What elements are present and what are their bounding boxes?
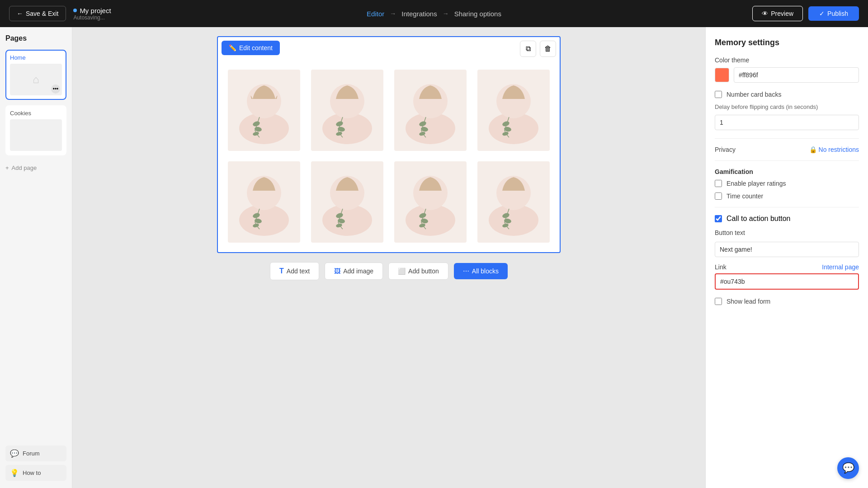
- nav-editor[interactable]: Editor: [367, 10, 384, 18]
- color-value-input[interactable]: [734, 67, 859, 83]
- time-counter-label[interactable]: Time counter: [726, 192, 763, 200]
- memory-card-7[interactable]: [389, 156, 472, 248]
- canvas-toolbar: ✏️ Edit content: [222, 41, 280, 55]
- topnav-right: 👁 Preview ✓ Publish: [752, 6, 859, 21]
- divider-1: [715, 138, 859, 139]
- privacy-label: Privacy: [715, 146, 736, 153]
- sidebar-bottom: 💬 Forum 💡 How to: [5, 446, 66, 481]
- delay-input[interactable]: [715, 115, 859, 130]
- button-text-input[interactable]: [715, 242, 859, 257]
- add-text-button[interactable]: T Add text: [270, 262, 319, 280]
- nav-integrations[interactable]: Integrations: [401, 10, 437, 18]
- project-info: My project Autosaving...: [73, 7, 111, 21]
- pencil-icon: ✏️: [229, 44, 236, 52]
- canvas-icons: ⧉ 🗑: [520, 41, 556, 57]
- copy-icon: ⧉: [526, 45, 531, 53]
- home-icon: ⌂: [33, 73, 39, 86]
- save-exit-label: Save & Exit: [26, 10, 58, 17]
- link-input[interactable]: [715, 273, 859, 290]
- time-counter-checkbox[interactable]: [715, 192, 722, 200]
- color-theme-section: Color theme: [715, 56, 859, 83]
- canvas-wrapper: ✏️ Edit content ⧉ 🗑: [217, 36, 561, 253]
- forum-icon: 💬: [10, 449, 19, 458]
- show-lead-form-checkbox[interactable]: [715, 298, 722, 305]
- delete-button[interactable]: 🗑: [540, 41, 556, 57]
- memory-canvas: [217, 36, 561, 253]
- eye-icon: 👁: [762, 10, 768, 17]
- memory-card-3[interactable]: [389, 64, 472, 156]
- chat-support-button[interactable]: 💬: [837, 457, 859, 479]
- privacy-row: Privacy 🔒 No restrictions: [715, 146, 859, 153]
- memory-card-4[interactable]: [472, 64, 555, 156]
- memory-card-8[interactable]: [472, 156, 555, 248]
- page-lines: [33, 128, 39, 142]
- color-swatch[interactable]: [715, 68, 729, 82]
- show-lead-form-label[interactable]: Show lead form: [726, 298, 770, 305]
- grid-icon: ⋯: [463, 267, 469, 275]
- duplicate-button[interactable]: ⧉: [520, 41, 536, 57]
- link-label: Link: [715, 263, 726, 271]
- edit-content-button[interactable]: ✏️ Edit content: [222, 41, 280, 55]
- chat-icon: 💬: [842, 462, 854, 474]
- project-dot-icon: [73, 9, 77, 12]
- forum-button[interactable]: 💬 Forum: [5, 446, 66, 461]
- page-thumb-home: ⌂ •••: [10, 64, 62, 95]
- page-card-home[interactable]: Home ⌂ •••: [5, 50, 66, 100]
- number-card-backs-label[interactable]: Number card backs: [726, 91, 781, 98]
- number-card-backs-checkbox[interactable]: [715, 91, 722, 98]
- memory-card-5[interactable]: [222, 156, 306, 248]
- delay-section: Delay before flipping cards (in seconds): [715, 103, 859, 130]
- autosaving-status: Autosaving...: [73, 14, 111, 21]
- bulb-icon: 💡: [10, 469, 19, 477]
- show-lead-form-row: Show lead form: [715, 298, 859, 305]
- add-button-button[interactable]: ⬜ Add button: [388, 263, 448, 280]
- nav-arrow-1: →: [390, 10, 396, 17]
- panel-title: Memory settings: [715, 38, 859, 47]
- time-counter-row: Time counter: [715, 192, 859, 200]
- enable-ratings-label[interactable]: Enable player ratings: [726, 180, 786, 187]
- card-image-2: [311, 70, 383, 151]
- no-restrictions-link[interactable]: 🔒 No restrictions: [809, 146, 859, 153]
- page-card-cookies[interactable]: Cookies: [5, 105, 66, 155]
- lock-icon: 🔒: [809, 146, 817, 153]
- more-dots-button[interactable]: •••: [51, 84, 60, 94]
- arrow-left-icon: ←: [17, 10, 23, 17]
- canvas-area: ✏️ Edit content ⧉ 🗑: [72, 27, 705, 488]
- button-text-label: Button text: [715, 229, 859, 236]
- memory-card-1[interactable]: [222, 64, 306, 156]
- card-image-1: [228, 70, 300, 151]
- internal-page-link[interactable]: Internal page: [822, 263, 859, 271]
- add-image-button[interactable]: 🖼 Add image: [325, 263, 383, 280]
- topnav: ← Save & Exit My project Autosaving... E…: [0, 0, 868, 27]
- delay-label: Delay before flipping cards (in seconds): [715, 103, 859, 110]
- color-theme-label: Color theme: [715, 56, 859, 64]
- add-page-button[interactable]: + Add page: [5, 163, 66, 173]
- preview-button[interactable]: 👁 Preview: [752, 6, 803, 21]
- enable-ratings-checkbox[interactable]: [715, 180, 722, 187]
- pages-title: Pages: [5, 34, 66, 42]
- save-exit-button[interactable]: ← Save & Exit: [9, 6, 66, 21]
- card-image-7: [394, 161, 467, 243]
- memory-card-6[interactable]: [306, 156, 389, 248]
- memory-card-2[interactable]: [306, 64, 389, 156]
- link-row: Link Internal page: [715, 263, 859, 271]
- image-icon: 🖼: [334, 267, 340, 275]
- plus-icon: +: [5, 164, 9, 171]
- divider-2: [715, 160, 859, 161]
- topnav-left: ← Save & Exit My project Autosaving...: [9, 6, 111, 21]
- page-thumb-cookies: [10, 119, 62, 151]
- all-blocks-button[interactable]: ⋯ All blocks: [454, 263, 508, 279]
- cta-button-checkbox[interactable]: [715, 215, 722, 222]
- card-image-6: [311, 161, 383, 243]
- cta-button-label[interactable]: Call to action button: [726, 215, 790, 223]
- card-image-5: [228, 161, 300, 243]
- nav-sharing-options[interactable]: Sharing options: [454, 10, 501, 18]
- trash-icon: 🗑: [544, 45, 552, 53]
- divider-3: [715, 207, 859, 207]
- enable-ratings-row: Enable player ratings: [715, 180, 859, 187]
- main-layout: Pages Home ⌂ ••• Cookies + Add page: [0, 27, 868, 488]
- card-image-3: [394, 70, 467, 151]
- howto-button[interactable]: 💡 How to: [5, 465, 66, 481]
- sidebar: Pages Home ⌂ ••• Cookies + Add page: [0, 27, 72, 488]
- publish-button[interactable]: ✓ Publish: [808, 6, 859, 21]
